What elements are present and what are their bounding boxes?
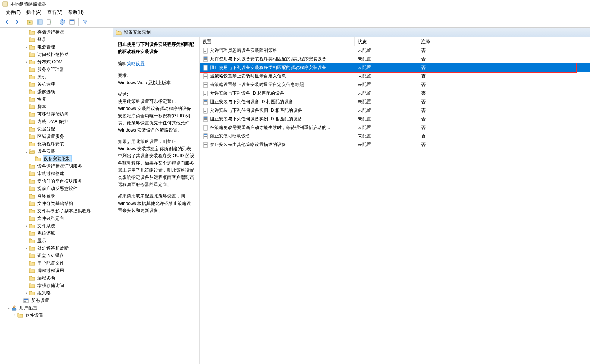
back-button[interactable] [2,18,12,26]
tree-item[interactable]: 所有设置 [0,297,113,304]
title-bar[interactable]: 本地组策略编辑器 [0,0,590,8]
list-row[interactable]: 允许安装与下列任何设备实例 ID 相匹配的设备未配置否 [200,106,590,115]
svg-rect-30 [204,66,207,66]
filter-button[interactable] [80,18,90,26]
tree-item[interactable]: 登录 [0,36,113,43]
tree-item[interactable]: 提前启动反恶意软件 [0,185,113,192]
tree-item[interactable]: 关机 [0,73,113,80]
list-row[interactable]: 当策略设置禁止安装时显示自定义信息未配置否 [200,72,590,80]
tree-item[interactable]: 设备运行状况证明服务 [0,162,113,170]
folder-icon [29,275,35,281]
svg-rect-50 [204,100,207,101]
menu-action[interactable]: 操作(A) [23,9,44,16]
list-row[interactable]: 阻止使用与下列设备安装程序类相匹配的驱动程序安装设备未配置否 [200,63,590,72]
tree-item[interactable]: 区域设置服务 [0,133,113,140]
tree-item[interactable]: 网络登录 [0,192,113,200]
tree-item[interactable]: ›疑难解答和诊断 [0,244,113,252]
list-row[interactable]: 允许安装与下列设备 ID 相匹配的设备未配置否 [200,89,590,98]
tree-item[interactable]: 可移动存储访问 [0,110,113,118]
list-row[interactable]: 禁止安装可移动设备未配置否 [200,132,590,140]
tree-item[interactable]: 恢复 [0,95,113,103]
tree-pane[interactable]: 存储运行状况登录›电源管理访问被拒绝协助›分布式 COM服务器管理器关机关机选项… [0,28,113,364]
cell-state: 未配置 [355,98,418,106]
up-folder-button[interactable] [25,18,35,26]
folder-icon [29,171,35,177]
list-row[interactable]: 禁止安装未由其他策略设置描述的设备未配置否 [200,140,590,149]
expand-icon[interactable]: › [24,60,29,64]
col-header-setting[interactable]: 设置 [200,37,355,46]
tree-item[interactable]: 文件共享影子副本提供程序 [0,207,113,215]
list-row[interactable]: 允许使用与下列设备安装程序类相匹配的驱动程序安装设备未配置否 [200,55,590,63]
tree-item[interactable]: ›文件系统 [0,222,113,230]
cell-setting: 阻止使用与下列设备安装程序类相匹配的驱动程序安装设备 [200,64,355,72]
cell-state: 未配置 [355,64,418,72]
tree-item[interactable]: 驱动程序安装 [0,140,113,148]
tree-item[interactable]: 增强存储访问 [0,282,113,289]
tree-item[interactable]: 硬盘 NV 缓存 [0,252,113,259]
collapse-icon[interactable]: ⌄ [6,306,11,310]
properties-button[interactable] [67,18,77,26]
tree-item[interactable]: ⌄设备安装 [0,148,113,155]
tree-item[interactable]: 文件夹重定向 [0,215,113,222]
tree-item-label: 内核 DMA 保护 [37,118,68,125]
show-hide-tree-button[interactable] [35,18,44,26]
tree-item[interactable]: ›分布式 COM [0,58,113,66]
svg-rect-55 [204,109,207,109]
tree-item[interactable]: ›电源管理 [0,43,113,51]
svg-rect-23 [204,51,206,52]
tree-item[interactable]: 审核过程创建 [0,170,113,177]
list-row[interactable]: 阻止安装与下列任何设备 ID 相匹配的设备未配置否 [200,98,590,106]
tree-item[interactable]: 存储运行状况 [0,28,113,36]
svg-rect-28 [204,60,206,60]
tree-item-label: 文件分类基础结构 [37,200,74,207]
col-header-note[interactable]: 注释 [418,37,590,46]
tree-item[interactable]: ›软件设置 [0,311,113,319]
tree-item[interactable]: 受信任的平台模块服务 [0,177,113,185]
description-p1: 使用此策略设置可以指定禁止 Windows 安装的设备驱动程序的设备安装程序类全… [118,98,195,134]
expand-icon[interactable]: › [12,313,17,317]
tree-item[interactable]: 访问被拒绝协助 [0,51,113,58]
svg-rect-71 [204,136,207,136]
tree-item[interactable]: 关机选项 [0,80,113,88]
collapse-icon[interactable]: ⌄ [24,149,29,153]
tree-item[interactable]: 远程过程调用 [0,267,113,274]
menu-view[interactable]: 查看(V) [44,9,65,16]
forward-button[interactable] [12,18,22,26]
expand-icon[interactable]: › [24,246,29,250]
tree-item[interactable]: 缓解选项 [0,88,113,95]
expand-icon[interactable]: › [24,224,29,228]
tree-item[interactable]: 设备安装限制 [0,155,113,162]
export-button[interactable] [44,18,54,26]
folder-icon [29,200,35,206]
tree-item[interactable]: 脚本 [0,103,113,110]
tree-item[interactable]: 远程协助 [0,274,113,282]
tree-item-label: 网络登录 [37,193,56,199]
svg-rect-60 [204,117,207,118]
menu-file[interactable]: 文件(F) [3,9,23,16]
tree-item-label: 硬盘 NV 缓存 [37,253,65,259]
tree-item[interactable]: 显示 [0,237,113,244]
list-row[interactable]: 允许管理员忽略设备安装限制策略未配置否 [200,46,590,55]
tree-item[interactable]: ›组策略 [0,289,113,297]
expand-icon[interactable]: › [24,45,29,49]
svg-rect-73 [204,137,206,137]
col-header-state[interactable]: 状态 [355,37,418,46]
list-row[interactable]: 当策略设置禁止设备安装时显示自定义信息标题未配置否 [200,80,590,89]
tree-item[interactable]: 系统还原 [0,230,113,237]
tree-item[interactable]: ⌄用户配置 [0,304,113,311]
edit-policy-link[interactable]: 策略设置 [127,61,145,66]
requirement-value: Windows Vista 及以上版本 [118,79,195,86]
tree-item-label: 疑难解答和诊断 [37,245,69,251]
list-row[interactable]: 在策略更改需要重新启动才能生效时，等待强制重新启动的...未配置否 [200,123,590,132]
cell-setting-text: 阻止安装与下列任何设备 ID 相匹配的设备 [210,99,293,105]
tree-item[interactable]: 内核 DMA 保护 [0,118,113,125]
expand-icon[interactable]: › [24,291,29,295]
tree-item[interactable]: 用户配置文件 [0,259,113,267]
menu-help[interactable]: 帮助(H) [65,9,87,16]
list-row[interactable]: 阻止安装与下列任何设备实例 ID 相匹配的设备未配置否 [200,115,590,123]
tree-item[interactable]: 凭据分配 [0,125,113,133]
svg-rect-31 [204,67,207,67]
tree-item[interactable]: 文件分类基础结构 [0,200,113,207]
tree-item[interactable]: 服务器管理器 [0,66,113,73]
help-button[interactable]: ? [57,18,67,26]
